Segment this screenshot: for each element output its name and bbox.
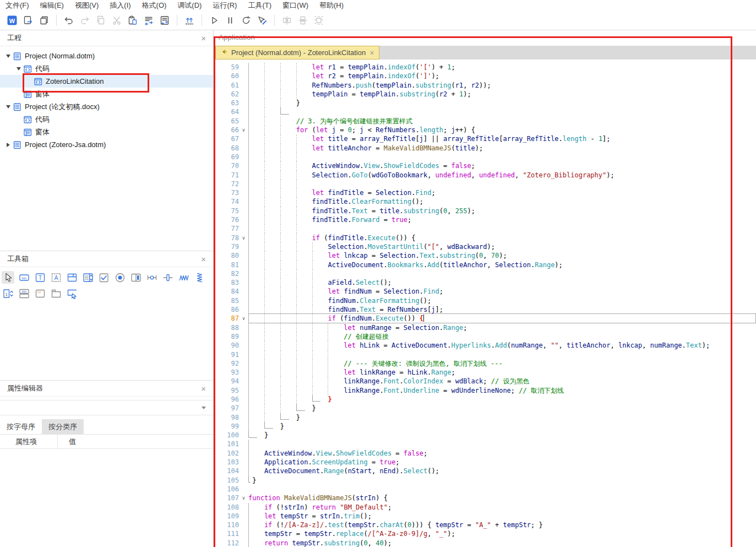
line-number[interactable]: 91 [214,350,239,359]
code-line[interactable]: 64 [214,107,756,116]
spinner-icon[interactable]: 1 [2,287,14,300]
code-line[interactable]: 112return tempStr.substring(0, 40); [214,539,756,547]
line-number[interactable]: 92 [214,359,239,368]
fold-chevron-icon[interactable]: ∨ [239,126,248,134]
line-number[interactable]: 64 [214,107,239,116]
code-line[interactable]: 70ActiveWindow.View.ShowFieldCodes = fal… [214,161,756,170]
code-line[interactable]: 66∨for (let j = 0; j < RefNumbers.length… [214,126,756,134]
line-number[interactable]: 110 [214,521,239,529]
tree-item--[interactable]: 代码 [0,113,213,126]
code-line[interactable]: 68let titleAnchor = MakeValidBMNameJS(ti… [214,144,756,153]
code-line[interactable]: 110if (!/[A-Za-z]/.test(tempStr.charAt(0… [214,521,756,529]
pause-icon[interactable] [223,13,237,28]
scrollbar-h-icon[interactable] [177,271,190,284]
code-line[interactable]: 60let r2 = tempPlain.indexOf(']'); [214,72,756,80]
menu-item[interactable]: 工具(T) [242,1,277,10]
code-line[interactable]: 63} [214,99,756,107]
code-line[interactable]: 74findTitle.ClearFormatting(); [214,197,756,206]
code-line[interactable]: 78∨if (findTitle.Execute()) { [214,234,756,242]
line-number[interactable]: 80 [214,251,239,260]
command-button-icon[interactable]: btn [18,271,30,284]
tree-item--[interactable]: 窗体 [0,126,213,138]
tree-item-project-normal-dotm-[interactable]: Project (Normal.dotm) [0,50,213,62]
line-number[interactable]: 59 [214,63,239,72]
code-line[interactable]: 103Application.ScreenUpdating = true; [214,458,756,467]
line-number[interactable]: 87 [214,314,239,323]
undo-icon[interactable] [62,13,76,28]
expander-down-icon[interactable] [4,105,12,109]
textbox-icon[interactable]: T [34,271,46,284]
code-line[interactable]: 106 [214,485,756,494]
code-line[interactable]: 72 [214,180,756,188]
line-number[interactable]: 98 [214,413,239,422]
line-number[interactable]: 108 [214,503,239,512]
line-number[interactable]: 109 [214,512,239,521]
line-number[interactable]: 65 [214,117,239,126]
code-line[interactable]: 111tempStr = tempStr.replace(/[^A-Za-z0-… [214,529,756,538]
code-line[interactable]: 61RefNumbers.push(tempPlain.substring(r1… [214,81,756,90]
combobox-icon[interactable] [81,271,94,284]
line-number[interactable]: 71 [214,171,239,180]
fold-chevron-icon[interactable]: ∨ [239,314,248,323]
design-mode-icon[interactable] [255,13,269,28]
button-group-icon[interactable]: btn [18,287,30,300]
code-line[interactable]: 73let findTitle = Selection.Find; [214,188,756,197]
line-number[interactable]: 93 [214,368,239,377]
code-line[interactable]: 77 [214,224,756,233]
code-line[interactable]: 94linkRange.Font.ColorIndex = wdBlack; /… [214,377,756,386]
line-number[interactable]: 112 [214,539,239,547]
line-number[interactable]: 69 [214,153,239,161]
code-line[interactable]: 107∨function MakeValidBMNameJS(strIn) { [214,494,756,502]
code-line[interactable]: 86findNum.Text = RefNumbers[j]; [214,305,756,314]
import-code-icon[interactable] [182,13,197,28]
line-number[interactable]: 96 [214,395,239,404]
code-line[interactable]: 79Selection.MoveStartUntil("[", wdBackwa… [214,242,756,251]
code-line[interactable]: 80let lnkcap = Selection.Text.substring(… [214,251,756,260]
code-line[interactable]: 90let hLink = ActiveDocument.Hyperlinks.… [214,341,756,350]
code-line[interactable]: 109let tempStr = strIn.trim(); [214,512,756,521]
line-number[interactable]: 97 [214,404,239,413]
tree-item-project-zotero-jsa-dotm-[interactable]: Project (Zotero-Jsa.dotm) [0,138,213,151]
code-line[interactable]: 93let linkRange = hLink.Range; [214,368,756,377]
code-line[interactable]: 101 [214,440,756,448]
menu-item[interactable]: 格式(O) [137,1,172,10]
code-line[interactable]: 99} [214,422,756,431]
line-number[interactable]: 84 [214,287,239,296]
slider-icon[interactable] [161,271,174,284]
edit-mask-icon[interactable]: xyz [34,287,46,300]
menu-item[interactable]: 帮助(H) [314,1,349,10]
code-line[interactable]: 91 [214,350,756,359]
code-line[interactable]: 98} [214,413,756,422]
line-number[interactable]: 79 [214,242,239,251]
code-line[interactable]: 75findTitle.Text = title.substring(0, 25… [214,207,756,215]
menu-item[interactable]: 运行(R) [207,1,242,10]
frame-icon[interactable] [66,271,78,284]
code-line[interactable]: 81ActiveDocument.Bookmarks.Add(titleAnch… [214,261,756,269]
code-line[interactable]: 84let findNum = Selection.Find; [214,287,756,296]
code-line[interactable]: 59let r1 = tempPlain.indexOf('[') + 1; [214,63,756,72]
code-line[interactable]: 88let numRange = Selection.Range; [214,323,756,332]
expander-right-icon[interactable] [4,143,12,147]
close-icon[interactable]: × [201,34,206,42]
code-line[interactable]: 83aField.Select(); [214,278,756,287]
line-number[interactable]: 83 [214,278,239,287]
menu-item[interactable]: 插入(I) [104,1,136,10]
line-number[interactable]: 86 [214,305,239,314]
save-all-icon[interactable] [37,13,51,28]
line-number[interactable]: 78 [214,234,239,242]
form-picker-icon[interactable] [66,287,78,300]
tab-alphabetical[interactable]: 按字母序 [0,419,42,434]
scrollbar-v-icon[interactable] [193,271,206,284]
menu-item[interactable]: 窗口(W) [277,1,314,10]
tab-control-icon[interactable] [50,287,62,300]
line-number[interactable]: 72 [214,180,239,188]
line-number[interactable]: 74 [214,197,239,206]
format-code-icon[interactable] [142,13,156,28]
line-number[interactable]: 104 [214,467,239,475]
line-number[interactable]: 105 [214,476,239,485]
format-document-icon[interactable] [157,13,172,28]
toggle-button-icon[interactable] [129,271,142,284]
code-view[interactable]: 59let r1 = tempPlain.indexOf('[') + 1;60… [214,59,756,547]
code-line[interactable]: 89// 创建超链接 [214,332,756,341]
line-number[interactable]: 100 [214,431,239,440]
